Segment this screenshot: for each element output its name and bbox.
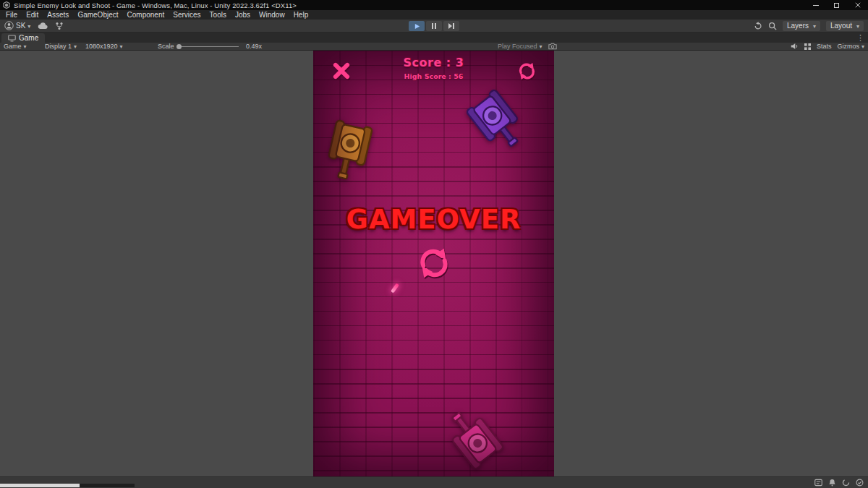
stats-button[interactable] bbox=[804, 43, 811, 50]
screenshot-button[interactable] bbox=[548, 43, 557, 50]
step-button[interactable] bbox=[443, 21, 459, 31]
tab-menu-icon[interactable] bbox=[856, 33, 864, 43]
camera-icon bbox=[548, 43, 557, 50]
bullet-sprite bbox=[391, 283, 399, 293]
game-view-background: Score : 3 High Score : 56 GAMEOVER bbox=[0, 51, 868, 476]
history-icon bbox=[754, 22, 762, 30]
scale-slider[interactable] bbox=[178, 46, 239, 47]
main-toolbar: SK bbox=[0, 20, 868, 33]
chevron-down-icon bbox=[27, 22, 30, 30]
close-x-icon bbox=[332, 61, 351, 80]
game-toolbar-right-group: Stats Gizmos bbox=[791, 43, 864, 50]
scale-label: Scale bbox=[158, 43, 174, 50]
search-button[interactable] bbox=[768, 22, 777, 30]
scale-slider-knob[interactable] bbox=[176, 44, 182, 49]
speaker-icon bbox=[791, 43, 799, 50]
menubar: File Edit Assets GameObject Component Se… bbox=[0, 10, 868, 20]
play-icon bbox=[414, 23, 420, 30]
play-focused-dropdown[interactable]: Play Focused bbox=[498, 43, 542, 50]
menu-services[interactable]: Services bbox=[169, 10, 205, 20]
menu-jobs[interactable]: Jobs bbox=[231, 10, 255, 20]
game-viewport: Score : 3 High Score : 56 GAMEOVER bbox=[313, 51, 554, 476]
tank-sprite bbox=[322, 117, 375, 184]
layers-dropdown[interactable]: Layers bbox=[783, 21, 820, 31]
resolution-label: 1080x1920 bbox=[85, 43, 118, 50]
stats-label[interactable]: Stats bbox=[817, 43, 832, 50]
console-button[interactable] bbox=[814, 479, 822, 487]
menu-edit[interactable]: Edit bbox=[22, 10, 43, 20]
minimize-button[interactable] bbox=[805, 0, 826, 10]
cloud-sync-status-button[interactable] bbox=[856, 479, 864, 487]
resolution-dropdown[interactable]: 1080x1920 bbox=[85, 43, 123, 50]
notifications-button[interactable] bbox=[828, 479, 836, 487]
account-icon bbox=[4, 21, 14, 30]
pause-button[interactable] bbox=[426, 21, 442, 31]
display-label: Display 1 bbox=[45, 43, 72, 50]
layout-dropdown[interactable]: Layout bbox=[826, 21, 864, 31]
titlebar: Simple Enemy Look and Shoot - Game - Win… bbox=[0, 0, 868, 10]
chevron-down-icon bbox=[120, 43, 123, 50]
gizmos-label: Gizmos bbox=[837, 43, 859, 50]
maximize-button[interactable] bbox=[826, 0, 847, 10]
check-circle-icon bbox=[856, 479, 864, 487]
minimize-icon bbox=[813, 5, 819, 6]
tank-sprite bbox=[439, 401, 508, 473]
play-focused-label: Play Focused bbox=[498, 43, 537, 50]
quit-game-button[interactable] bbox=[332, 61, 351, 80]
close-icon bbox=[855, 2, 861, 8]
view-mode-dropdown[interactable]: Game bbox=[4, 43, 27, 50]
menu-window[interactable]: Window bbox=[255, 10, 289, 20]
stats-grid-icon bbox=[804, 43, 811, 50]
window-controls bbox=[805, 0, 868, 10]
tab-game-label: Game bbox=[19, 34, 38, 42]
menu-component[interactable]: Component bbox=[123, 10, 169, 20]
window-title: Simple Enemy Look and Shoot - Game - Win… bbox=[14, 1, 297, 9]
background-task-progressbar bbox=[0, 484, 135, 487]
game-view-toolbar: Game Display 1 1080x1920 Scale 0.49x Pla… bbox=[0, 43, 868, 51]
restart-button-center[interactable] bbox=[418, 247, 450, 279]
game-tab-icon bbox=[8, 35, 16, 42]
cloud-button[interactable] bbox=[38, 22, 48, 30]
menu-tools[interactable]: Tools bbox=[205, 10, 231, 20]
menu-file[interactable]: File bbox=[1, 10, 22, 20]
toolbar-left-group: SK bbox=[4, 20, 64, 32]
unity-editor-window: Simple Enemy Look and Shoot - Game - Win… bbox=[0, 0, 868, 488]
layout-label: Layout bbox=[830, 22, 852, 30]
menu-assets[interactable]: Assets bbox=[43, 10, 73, 20]
account-dropdown[interactable]: SK bbox=[4, 21, 30, 30]
menu-gameobject[interactable]: GameObject bbox=[73, 10, 122, 20]
chevron-down-icon bbox=[74, 43, 77, 50]
account-label: SK bbox=[16, 22, 25, 30]
play-button[interactable] bbox=[409, 21, 425, 31]
pause-icon bbox=[432, 23, 436, 29]
chevron-down-icon bbox=[861, 43, 864, 50]
restart-button-top[interactable] bbox=[518, 62, 536, 80]
enemy-tank-purple bbox=[477, 92, 517, 151]
background-activity-button[interactable] bbox=[842, 479, 850, 487]
close-button[interactable] bbox=[847, 0, 868, 10]
version-control-button[interactable] bbox=[55, 22, 64, 30]
progressbar-fill bbox=[0, 484, 80, 487]
search-icon bbox=[768, 22, 777, 30]
menu-help[interactable]: Help bbox=[289, 10, 313, 20]
status-bar-icons bbox=[814, 479, 864, 487]
undo-history-button[interactable] bbox=[754, 22, 762, 30]
gameover-label: GAMEOVER bbox=[313, 204, 554, 235]
mute-audio-button[interactable] bbox=[791, 43, 799, 50]
toolbar-right-group: Layers Layout bbox=[754, 20, 864, 32]
step-icon bbox=[448, 23, 454, 29]
maximize-icon bbox=[834, 3, 839, 8]
tab-strip: Game bbox=[0, 33, 868, 43]
chevron-down-icon bbox=[24, 43, 27, 50]
chevron-down-icon bbox=[813, 22, 816, 30]
tank-sprite bbox=[463, 85, 532, 157]
chevron-down-icon bbox=[856, 22, 859, 30]
tab-game[interactable]: Game bbox=[1, 33, 45, 43]
bell-icon bbox=[828, 479, 836, 487]
display-dropdown[interactable]: Display 1 bbox=[45, 43, 77, 50]
restart-icon bbox=[518, 62, 536, 80]
gizmos-dropdown[interactable]: Gizmos bbox=[837, 43, 864, 50]
console-icon bbox=[814, 479, 822, 487]
scale-value: 0.49x bbox=[246, 43, 262, 50]
view-mode-label: Game bbox=[4, 43, 22, 50]
